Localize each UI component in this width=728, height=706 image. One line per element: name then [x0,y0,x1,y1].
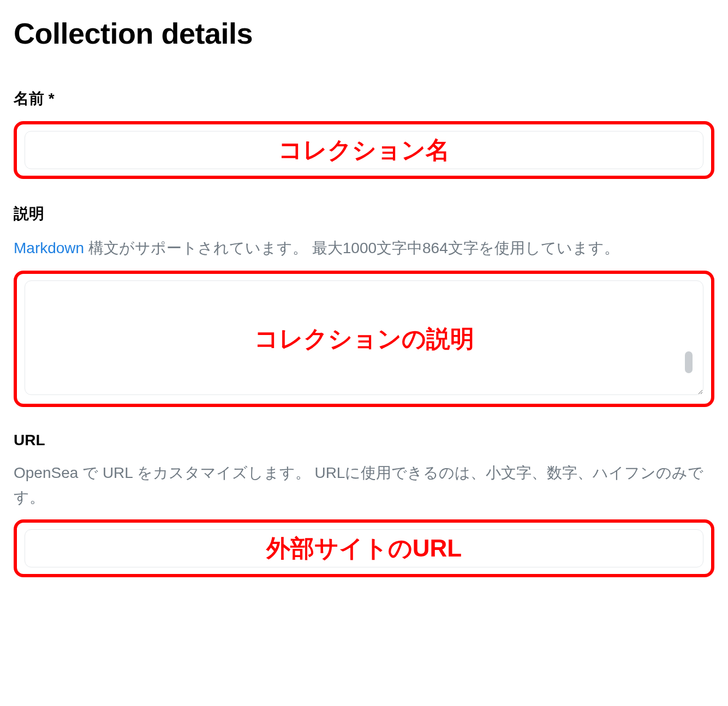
name-field-group: 名前 * コレクション名 [14,88,714,179]
name-annotation-box: コレクション名 [14,121,714,179]
description-annotation-box: コレクションの説明 [14,271,714,407]
page-title: Collection details [14,16,714,50]
name-label-text: 名前 [14,90,44,107]
name-label: 名前 * [14,88,714,109]
scrollbar-thumb-icon[interactable] [685,351,693,373]
description-help-text: Markdown 構文がサポートされています。 最大1000文字中864文字を使… [14,236,714,261]
url-help-text: OpenSea で URL をカスタマイズします。 URLに使用できるのは、小文… [14,461,714,510]
url-input[interactable] [25,529,703,567]
markdown-link[interactable]: Markdown [14,240,84,256]
description-field-group: 説明 Markdown 構文がサポートされています。 最大1000文字中864文… [14,204,714,407]
url-field-group: URL OpenSea で URL をカスタマイズします。 URLに使用できるの… [14,432,714,578]
url-label: URL [14,432,714,449]
url-annotation-box: 外部サイトのURL [14,519,714,577]
description-textarea[interactable] [25,280,703,395]
name-input[interactable] [25,131,703,169]
description-label: 説明 [14,204,714,224]
required-indicator-icon: * [49,90,55,107]
description-textarea-wrapper [25,280,703,397]
description-help-rest: 構文がサポートされています。 最大1000文字中864文字を使用しています。 [84,240,619,256]
